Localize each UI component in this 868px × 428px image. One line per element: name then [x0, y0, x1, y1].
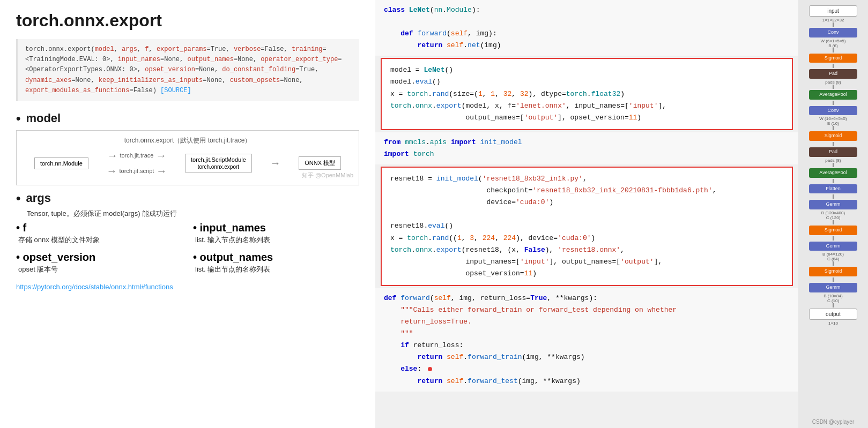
middle-panel: class LeNet(nn.Module): def forward(self…: [375, 0, 798, 428]
nn-conn-14: [833, 277, 834, 282]
forward-code: def forward(self, img, return_loss=True,…: [375, 288, 798, 392]
args-desc: Tensor, tuple。必须保证 model(args) 能成功运行: [27, 209, 359, 219]
forward-block: def forward(self, img, return_loss=True,…: [384, 292, 790, 387]
page-title: torch.onnx.export: [16, 11, 359, 31]
nn-conn-12: [833, 236, 834, 241]
nn-pad2-label: pads (8): [825, 158, 841, 163]
nn-conv1-node: Conv: [809, 28, 857, 37]
nn-conn-3: [833, 64, 834, 68]
lenet-export-box: model = LeNet() model.eval() x = torch.r…: [381, 58, 793, 130]
nn-gemm3-label: B (10×84)C (10): [824, 294, 842, 303]
nn-input-node: input: [809, 5, 857, 17]
nn-conn-15: [833, 303, 834, 307]
node-nn-module: torch.nn.Module: [34, 157, 88, 169]
from-import-code: from mmcls.apis import init_model import…: [375, 132, 798, 164]
docs-url[interactable]: https://pytorch.org/docs/stable/onnx.htm…: [16, 283, 359, 291]
left-panel: torch.onnx.export torch.onnx.export(mode…: [0, 0, 375, 428]
nn-sigmoid1-node: Sigmoid: [809, 54, 857, 63]
resnet-export-box: resnet18 = init_model('resnet18_8xb32_in…: [381, 167, 793, 286]
opset-item: opset_version opset 版本号: [16, 251, 182, 274]
lenet-class-code: class LeNet(nn.Module): def forward(self…: [375, 0, 798, 56]
right-panel: input 1×1×32×32 Conv W (6×1×5×5)B (6) Si…: [798, 0, 868, 428]
nn-conn-2: [833, 48, 834, 52]
nn-output-node: output: [809, 309, 857, 320]
lenet-export-code: model = LeNet() model.eval() x = torch.r…: [390, 64, 783, 123]
nn-sigmoid2-node: Sigmoid: [809, 131, 857, 141]
f-item: f 存储 onnx 模型的文件对象: [16, 222, 182, 245]
nn-gemm1-label: B (120×400)C (120): [821, 211, 845, 220]
nn-avgpool1-node: AveragePool: [809, 90, 857, 100]
params-grid: f 存储 onnx 模型的文件对象 input_names list. 输入节点…: [16, 222, 359, 274]
nn-conn-1: [833, 22, 834, 27]
nn-gemm2-node: Gemm: [809, 242, 857, 251]
nn-sigmoid3-node: Sigmoid: [809, 226, 857, 235]
signature-box: torch.onnx.export(model, args, f, export…: [16, 39, 359, 101]
nn-pad1-node: Pad: [809, 69, 857, 79]
nn-gemm2-label: B (84×120)C (84): [822, 252, 844, 261]
output-names-item: output_names list. 输出节点的名称列表: [193, 251, 359, 274]
args-section: args: [16, 191, 359, 206]
model-label: model: [26, 111, 61, 125]
nn-input-label: 1×1×32×32: [822, 18, 844, 22]
nn-gemm3-node: Gemm: [809, 283, 857, 292]
signature-text: torch.onnx.export(model, args, f, export…: [25, 46, 342, 94]
output-names-label: output_names: [193, 251, 359, 264]
input-names-desc: list. 输入节点的名称列表: [195, 235, 359, 245]
nn-conn-5: [833, 101, 834, 105]
input-names-item: input_names list. 输入节点的名称列表: [193, 222, 359, 245]
f-label: f: [16, 222, 182, 234]
nn-conn-9: [833, 179, 834, 183]
nn-pad1-label: pads (8): [825, 80, 841, 85]
nn-conn-13: [833, 261, 834, 266]
resnet-export-code: resnet18 = init_model('resnet18_8xb32_in…: [390, 173, 783, 280]
nn-conv1-label: W (6×1×5×5)B (6): [821, 39, 846, 48]
model-section: model: [16, 111, 359, 126]
source-link[interactable]: [SOURCE]: [160, 87, 191, 94]
nn-conn-6: [833, 126, 834, 130]
nn-pad2-node: Pad: [809, 147, 857, 157]
args-label: args: [26, 191, 50, 205]
node-onnx: ONNX 模型: [299, 156, 341, 170]
output-names-desc: list. 输出节点的名称列表: [195, 265, 359, 274]
nn-conn-4: [833, 85, 834, 89]
nn-conn-8: [833, 163, 834, 167]
diagram-box: torch.onnx.export（默认使用 torch.jit.trace） …: [16, 130, 359, 185]
nn-sigmoid4-node: Sigmoid: [809, 267, 857, 276]
diagram-watermark: 知乎 @OpenMMlab: [302, 171, 353, 179]
nn-conv2-label: W (16×6×5×5)B (16): [819, 116, 847, 126]
import-block: from mmcls.apis import init_model import…: [384, 137, 790, 160]
csdn-watermark: CSDN @cyplayer: [798, 419, 868, 425]
nn-conn-7: [833, 142, 834, 146]
input-names-label: input_names: [193, 222, 359, 234]
nn-conn-11: [833, 220, 834, 224]
nn-flatten-node: Flatten: [809, 184, 857, 194]
nn-conn-10: [833, 194, 834, 199]
nn-output-label: 1×10: [828, 321, 838, 326]
diagram-title: torch.onnx.export（默认使用 torch.jit.trace）: [25, 136, 350, 145]
f-desc: 存储 onnx 模型的文件对象: [18, 235, 182, 245]
lenet-code-block: class LeNet(nn.Module): def forward(self…: [384, 4, 790, 51]
nn-gemm1-node: Gemm: [809, 200, 857, 209]
nn-avgpool2-node: AveragePool: [809, 168, 857, 178]
nn-conv2-node: Conv: [809, 106, 857, 116]
opset-label: opset_version: [16, 251, 182, 264]
opset-desc: opset 版本号: [18, 265, 182, 274]
node-scriptmodule: torch.jit.ScriptModule torch.onnx.export: [185, 154, 252, 172]
